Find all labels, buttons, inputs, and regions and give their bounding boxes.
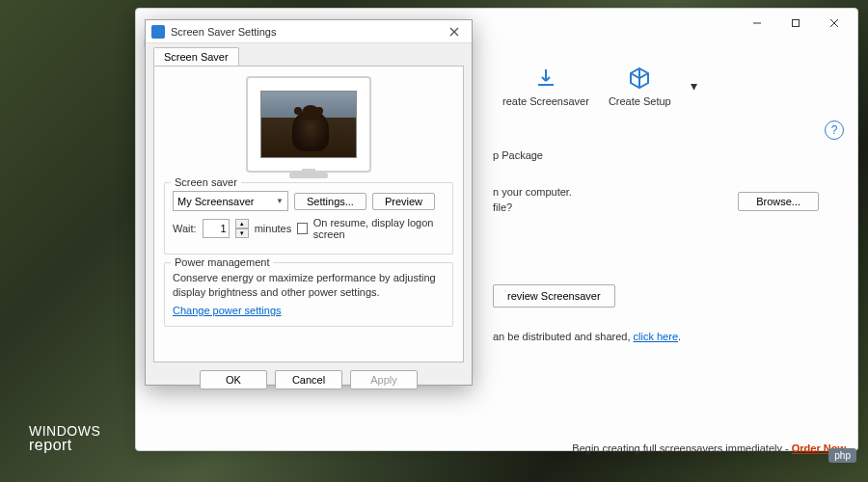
preview-monitor [164, 76, 453, 173]
dist-suffix: . [678, 331, 681, 342]
dialog-buttons: OK Cancel Apply [146, 370, 472, 397]
tab-panel: Screen saver My Screensaver ▼ Settings..… [153, 66, 464, 362]
selected-value: My Screensaver [177, 196, 254, 207]
settings-button[interactable]: Settings... [294, 193, 366, 210]
wait-label: Wait: [173, 223, 197, 234]
screensaver-fieldset: Screen saver My Screensaver ▼ Settings..… [164, 182, 453, 254]
footer-prefix: Begin creating full screensavers immedia… [572, 442, 791, 454]
resume-label: On resume, display logon screen [313, 217, 445, 240]
toolbar-label: reate Screensaver [502, 95, 589, 107]
distribution-text: an be distributed and shared, click here… [493, 331, 838, 342]
spin-down-icon[interactable]: ▼ [235, 228, 249, 238]
package-icon [626, 65, 653, 92]
help-icon[interactable]: ? [825, 120, 844, 140]
dialog-titlebar[interactable]: Screen Saver Settings [146, 20, 472, 43]
package-label: p Package [493, 149, 838, 161]
screensaver-select[interactable]: My Screensaver ▼ [173, 191, 288, 211]
bear-image [292, 111, 329, 151]
browse-button[interactable]: Browse... [738, 192, 819, 211]
click-here-link[interactable]: click here [634, 331, 678, 342]
desktop-background: Fil reate Screensaver Create Setup ▾ ? p… [0, 0, 868, 482]
wait-spinner[interactable]: ▲▼ [235, 219, 249, 238]
close-icon[interactable] [443, 22, 466, 41]
preview-screensaver-button[interactable]: review Screensaver [493, 284, 615, 308]
dialog-title: Screen Saver Settings [171, 26, 443, 38]
dialog-app-icon [151, 25, 165, 39]
php-badge: php [828, 448, 856, 463]
toolbar-label: Create Setup [609, 95, 671, 107]
power-description: Conserve energy or maximize performance … [173, 271, 445, 301]
power-fieldset: Power management Conserve energy or maxi… [164, 262, 453, 327]
spin-up-icon[interactable]: ▲ [235, 219, 249, 228]
svg-rect-1 [793, 20, 800, 27]
wait-input[interactable] [203, 219, 230, 238]
windows-report-watermark: WINDOWS report [29, 424, 100, 453]
preview-image [260, 91, 357, 158]
watermark-line2: report [29, 438, 100, 453]
tab-screensaver[interactable]: Screen Saver [153, 47, 239, 66]
close-button[interactable] [815, 10, 854, 37]
maximize-button[interactable] [776, 10, 815, 37]
chevron-down-icon: ▼ [276, 197, 284, 205]
tab-strip: Screen Saver [146, 43, 472, 66]
download-icon [532, 65, 559, 92]
change-power-settings-link[interactable]: Change power settings [173, 305, 282, 316]
screensaver-legend: Screen saver [171, 176, 241, 188]
watermark-line1: WINDOWS [29, 424, 100, 438]
cancel-button[interactable]: Cancel [275, 370, 342, 389]
create-screensaver-button[interactable]: reate Screensaver [502, 65, 589, 107]
apply-button[interactable]: Apply [350, 370, 418, 389]
create-setup-button[interactable]: Create Setup [609, 65, 671, 107]
screensaver-settings-dialog: Screen Saver Settings Screen Saver Scree… [145, 19, 473, 386]
dist-prefix: an be distributed and shared, [493, 331, 634, 342]
power-legend: Power management [171, 256, 273, 268]
footer-text: Begin creating full screensavers immedia… [572, 442, 846, 454]
minimize-button[interactable] [738, 10, 776, 37]
dropdown-arrow-icon[interactable]: ▾ [691, 78, 697, 94]
minutes-label: minutes [255, 223, 292, 234]
resume-checkbox[interactable] [297, 223, 307, 234]
preview-button[interactable]: Preview [372, 193, 435, 210]
ok-button[interactable]: OK [200, 370, 267, 389]
